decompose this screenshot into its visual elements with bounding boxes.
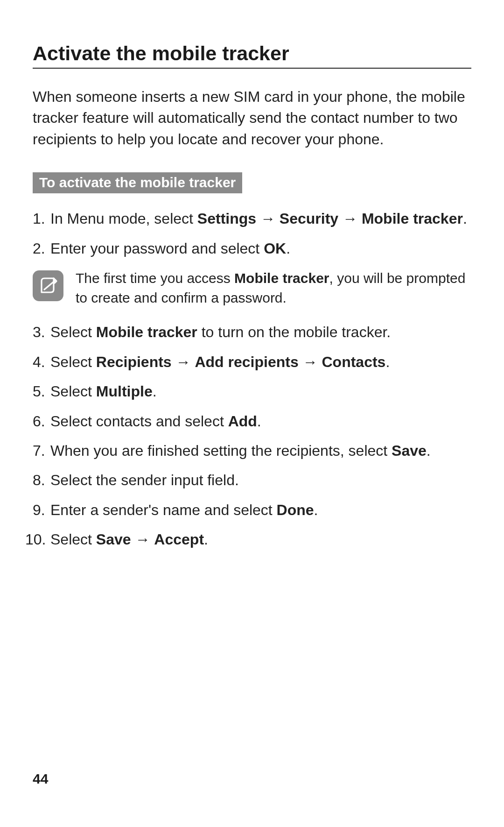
step-10: Select Save → Accept.	[33, 529, 471, 550]
step-8: Select the sender input field.	[33, 470, 471, 491]
step-text: Select	[50, 324, 96, 340]
step-9: Enter a sender's name and select Done.	[33, 500, 471, 521]
bold-add-recipients: Add recipients	[195, 353, 298, 370]
bold-ok: OK	[264, 240, 286, 257]
step-text: In Menu mode, select	[50, 210, 197, 227]
bold-mobile-tracker: Mobile tracker	[234, 270, 329, 286]
step-1: In Menu mode, select Settings → Security…	[33, 208, 471, 229]
intro-paragraph: When someone inserts a new SIM card in y…	[33, 86, 471, 150]
bold-mobile-tracker: Mobile tracker	[362, 210, 463, 227]
bold-mobile-tracker: Mobile tracker	[96, 324, 197, 340]
step-text: Enter your password and select	[50, 240, 264, 257]
step-text: Select	[50, 353, 96, 370]
bold-settings: Settings	[197, 210, 256, 227]
step-text: Select	[50, 383, 96, 400]
step-7: When you are finished setting the recipi…	[33, 440, 471, 461]
bold-recipients: Recipients	[96, 353, 172, 370]
bold-multiple: Multiple	[96, 383, 153, 400]
steps-list-cont: Select Mobile tracker to turn on the mob…	[33, 322, 471, 551]
step-4: Select Recipients → Add recipients → Con…	[33, 352, 471, 373]
step-6: Select contacts and select Add.	[33, 411, 471, 432]
step-text: When you are finished setting the recipi…	[50, 442, 392, 459]
page-number: 44	[33, 771, 48, 787]
sub-heading: To activate the mobile tracker	[33, 172, 242, 193]
bold-save: Save	[392, 442, 427, 459]
step-3: Select Mobile tracker to turn on the mob…	[33, 322, 471, 343]
bold-add: Add	[228, 413, 257, 430]
bold-accept: Accept	[154, 531, 204, 548]
page-title: Activate the mobile tracker	[33, 42, 471, 69]
step-text: Select contacts and select	[50, 413, 228, 430]
bold-security: Security	[280, 210, 338, 227]
step-5: Select Multiple.	[33, 381, 471, 402]
note-text: The first time you access Mobile tracker…	[76, 269, 471, 308]
step-text: Enter a sender's name and select	[50, 502, 277, 518]
steps-list: In Menu mode, select Settings → Security…	[33, 208, 471, 259]
bold-save: Save	[96, 531, 131, 548]
step-text: Select the sender input field.	[50, 472, 239, 488]
bold-done: Done	[277, 502, 314, 518]
note-icon	[33, 270, 63, 301]
step-2: Enter your password and select OK.	[33, 238, 471, 259]
note-box: The first time you access Mobile tracker…	[33, 269, 471, 308]
step-text: Select	[50, 531, 96, 548]
bold-contacts: Contacts	[322, 353, 385, 370]
